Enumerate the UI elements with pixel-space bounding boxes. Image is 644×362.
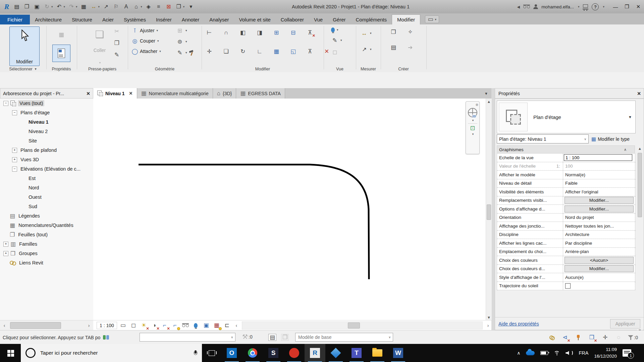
ribbon-tab-architecture[interactable]: Architecture	[30, 15, 67, 24]
user-menu-chevron-icon[interactable]: ▾	[578, 5, 580, 8]
tag-by-category-button[interactable]: ⚐	[111, 2, 121, 11]
design-option-combo[interactable]: ∨	[140, 333, 235, 342]
panel-label-s-lectionner[interactable]: Sélectionner▼	[1, 66, 45, 72]
tree-item-niveau-2[interactable]: Niveau 2	[0, 127, 93, 136]
drag-elements-on-selection-button[interactable]: ✛	[601, 334, 609, 341]
taskbar-app-file-explorer[interactable]	[367, 344, 388, 362]
property-row-afficher-le-mod-le[interactable]: Afficher le modèleNormal(e)	[497, 171, 635, 179]
pin-button[interactable]: ⊼	[305, 47, 315, 55]
tree-toggle-icon[interactable]: −	[12, 110, 17, 115]
taskbar-app-app-diamond[interactable]	[325, 344, 346, 362]
mirror-pick-axis-button[interactable]: ◧	[238, 28, 248, 37]
property-row-echelle-de-la-vue[interactable]: Echelle de la vue	[497, 154, 635, 162]
rotate-button[interactable]: ↻	[238, 47, 248, 55]
reveal-hidden-elements-button[interactable]	[181, 322, 190, 329]
properties-close-icon[interactable]: ✕	[637, 91, 641, 96]
taskbar-app-teams[interactable]: T	[346, 344, 367, 362]
selection-ring-button[interactable]: ◌	[614, 334, 623, 341]
align-button[interactable]: ⊢	[205, 28, 214, 37]
property-button[interactable]: Modifier...	[565, 197, 634, 204]
thin-lines-button[interactable]: ≡	[154, 2, 163, 11]
show-crop-region-button[interactable]: ⌐	[171, 322, 179, 329]
taskbar-app-chrome[interactable]	[242, 344, 263, 362]
signed-in-user[interactable]: mohamed.elfa...	[541, 4, 574, 9]
cortana-icon[interactable]	[25, 348, 36, 358]
close-hidden-windows-button[interactable]: ⊠	[164, 2, 173, 11]
tray-expand-icon[interactable]: ∧	[517, 350, 520, 356]
search-collapse-icon[interactable]: ◂	[517, 4, 520, 10]
default-3d-view-button[interactable]: ⌂▾	[131, 2, 143, 11]
move-button[interactable]: ✛	[205, 47, 214, 55]
onedrive-icon[interactable]	[526, 351, 535, 355]
active-workset-icon[interactable]: ⚒ :0	[242, 334, 253, 340]
measure-between-references-button[interactable]: ↔▾	[360, 29, 373, 37]
edit-type-button[interactable]: ▦ Modifier le type	[591, 136, 630, 142]
sync-button[interactable]: ↻▾	[42, 2, 54, 11]
selection-box-button[interactable]: ◻	[330, 48, 343, 56]
tree-item-familles[interactable]: +▥Familles	[0, 239, 93, 249]
hscroll-right-icon[interactable]: ›	[485, 320, 491, 330]
taskbar-app-outlook[interactable]: O	[221, 344, 242, 362]
property-button[interactable]: <Aucun>	[565, 257, 634, 264]
copy-button[interactable]: ❏	[221, 47, 231, 55]
tree-item-groupes[interactable]: +❒Groupes	[0, 249, 93, 258]
clock[interactable]: 11:09 16/12/2020	[594, 346, 617, 359]
pin-elements-button[interactable]	[574, 334, 582, 341]
reveal-constraints-button[interactable]: ▦	[213, 322, 221, 329]
property-row-choix-des-couleurs-d[interactable]: Choix des couleurs d...Modifier...	[497, 265, 635, 274]
battery-icon[interactable]	[540, 351, 548, 355]
selection-filter-button[interactable]: :0	[628, 334, 638, 341]
tree-item-site[interactable]: Site	[0, 136, 93, 145]
tree-item-nord[interactable]: Nord	[0, 183, 93, 192]
save-file-button[interactable]: ▣	[32, 2, 42, 11]
project-browser-hscrollbar[interactable]: ‹ ›	[0, 320, 94, 330]
close-view-icon[interactable]: ✕	[129, 91, 133, 96]
zoom-dropdown-icon[interactable]: ▾	[472, 132, 474, 136]
open-file-button[interactable]: ❐	[22, 2, 32, 11]
search-icon[interactable]	[523, 5, 530, 9]
match-type-properties-button[interactable]: ✎	[112, 51, 121, 59]
modify-tool-button[interactable]: Modifier	[9, 26, 40, 66]
scale-button[interactable]: ◱	[288, 47, 298, 55]
ui-properties-button[interactable]: ▤	[12, 2, 21, 11]
view-tab-egress-data[interactable]: ▦EGRESS DATA	[236, 88, 285, 99]
tree-item-feuilles-tout-[interactable]: ❐Feuilles (tout)	[0, 230, 93, 239]
project-browser-close-icon[interactable]: ✕	[86, 91, 90, 96]
detail-level-button[interactable]: ▭	[119, 322, 127, 329]
property-row-discipline[interactable]: DisciplineArchitecture	[497, 231, 635, 239]
property-row-style-d-affichage-de-l[interactable]: Style d'affichage de l'...Aucun(e)	[497, 273, 635, 282]
tree-item-vues-3d[interactable]: +Vues 3D	[0, 155, 93, 164]
property-row-niveau-de-d-tail[interactable]: Niveau de détailFaible	[497, 179, 635, 188]
trim-extend-button[interactable]: ∟	[255, 47, 264, 55]
property-row-afficher-les-lignes-cac[interactable]: Afficher les lignes cac...Par discipline	[497, 239, 635, 248]
help-icon[interactable]: ?	[592, 3, 599, 10]
language-indicator[interactable]: FRA	[579, 350, 588, 356]
tree-toggle-icon[interactable]: −	[3, 101, 8, 106]
copy-to-clipboard-button[interactable]: ❐	[112, 39, 121, 47]
ribbon-tab-fichier[interactable]: Fichier	[0, 15, 30, 24]
switch-windows-button[interactable]: ❐▾	[174, 2, 186, 11]
volume-icon[interactable]	[566, 350, 573, 356]
taskbar-app-app-red[interactable]	[284, 344, 305, 362]
tree-item-plans-de-plafond[interactable]: +Plans de plafond	[0, 145, 93, 155]
demolish-icon[interactable]	[189, 50, 195, 56]
taskbar-app-word[interactable]: W	[388, 344, 409, 362]
wifi-icon[interactable]	[554, 351, 560, 355]
attacher-button[interactable]: ◯Attacher▾	[130, 47, 162, 55]
notification-center-icon[interactable]: 1	[623, 349, 631, 357]
scroll-left-icon[interactable]: ‹	[0, 320, 9, 330]
split-element-button[interactable]: ⊞	[272, 28, 281, 37]
property-button[interactable]: Modifier...	[565, 205, 634, 213]
help-menu-chevron-icon[interactable]: ▾	[603, 5, 604, 8]
ajuster-button[interactable]: ⊺Ajuster▾	[130, 26, 162, 35]
family-types-button[interactable]: ▦	[53, 28, 70, 41]
properties-vscrollbar[interactable]: ▲ ▼	[637, 145, 643, 333]
measure-along-element-button[interactable]: ↗▾	[360, 45, 373, 53]
text-button[interactable]: A	[121, 2, 131, 11]
tree-item-ouest[interactable]: Ouest	[0, 192, 93, 202]
ribbon-display-toggle[interactable]: ▭▾	[425, 15, 439, 23]
ribbon-tab-structure[interactable]: Structure	[67, 15, 97, 24]
type-selector[interactable]: Plan d'étage ▼	[497, 101, 636, 133]
customize-qat-button[interactable]: ▾	[186, 2, 196, 11]
section-collapse-icon[interactable]: ∧	[624, 147, 627, 152]
